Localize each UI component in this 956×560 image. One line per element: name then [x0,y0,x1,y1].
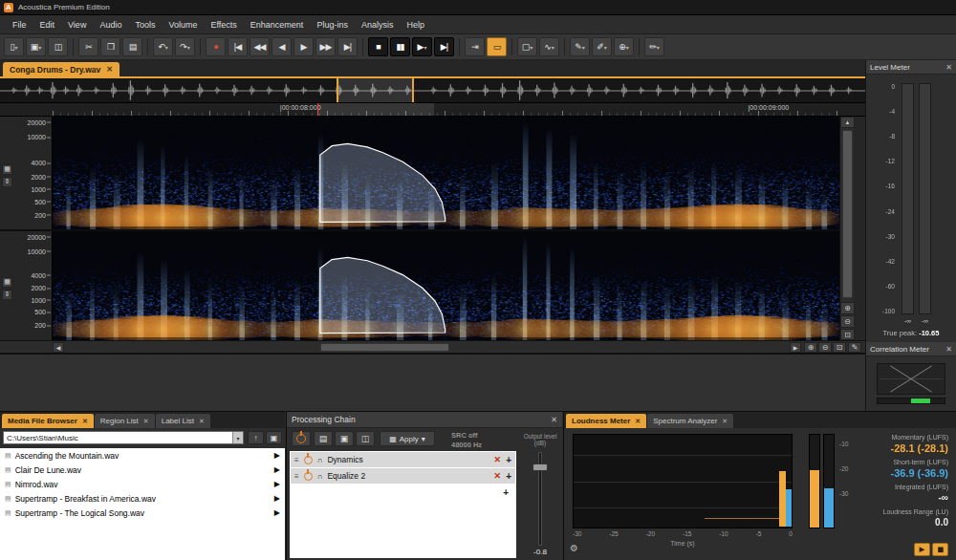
stop-button[interactable]: ■ [368,37,388,56]
zoom-in-horizontal-button[interactable]: ⊕ [804,342,817,353]
playback-cursor[interactable] [317,103,318,116]
apply-button[interactable]: ▦ Apply ▾ [380,431,435,446]
menu-plugins[interactable]: Plug-ins [310,17,355,32]
cut-button[interactable]: ✂ [78,37,98,56]
play-button[interactable]: ▶ [293,37,314,56]
drag-handle-icon[interactable]: ≡ [294,456,299,464]
new-file-button[interactable]: ▯▾ [4,37,24,56]
tab-region-list[interactable]: Region List✕ [95,414,155,428]
file-row[interactable]: ▤Supertramp - Breakfast in America.wav▶ [0,491,285,506]
add-icon[interactable]: + [506,471,511,482]
drag-handle-icon[interactable]: ≡ [294,472,299,481]
remove-icon[interactable]: ✕ [494,455,502,464]
spectral-selection[interactable] [53,231,839,340]
spectrogram-channel-2[interactable]: 20000 10000 4000 2000 1000 500 200 ▦ ⇕ [0,231,865,340]
spectrogram-channel-1[interactable]: 20000 10000 4000 2000 1000 500 200 ▦ ⇕ [0,117,865,231]
zoom-out-vertical-button[interactable]: ⊖ [840,315,855,328]
overview-waveform[interactable] [0,78,865,103]
preview-play-icon[interactable]: ▶ [274,465,280,474]
record-button[interactable]: ● [206,37,226,56]
horizontal-scrollbar[interactable]: ◀ ▶ ⊕ ⊖ ⊡ ✎ [0,340,865,354]
close-icon[interactable]: ✕ [722,418,728,425]
chevron-down-icon[interactable]: ▾ [232,432,243,443]
go-to-start-button[interactable]: |◀ [228,37,248,56]
menu-view[interactable]: View [61,17,93,32]
loudness-pause-button[interactable]: ▮▮ [932,543,948,556]
menu-file[interactable]: File [6,17,33,32]
add-effect-button[interactable]: + [503,487,509,498]
zoom-fit-horizontal-button[interactable]: ⊡ [833,342,846,353]
channel-options-button[interactable]: ▦ [2,277,12,288]
chain-item-equalize[interactable]: ≡ ∩ Equalize 2 ✕ + [291,468,515,484]
scroll-up-button[interactable]: ▲ [840,117,855,128]
power-icon[interactable] [304,472,313,481]
close-icon[interactable]: ✕ [106,65,113,74]
slider-handle[interactable] [532,463,548,471]
channel-scroll-button[interactable]: ⇕ [2,177,12,187]
close-icon[interactable]: ✕ [945,345,952,354]
tab-loudness-meter[interactable]: Loudness Meter✕ [566,414,646,428]
time-ruler[interactable]: |00:00:08:000 |00:00:09:000 [0,103,865,117]
selection-tool-button[interactable]: ▢▾ [517,37,537,56]
spectral-selection[interactable] [53,117,839,229]
tab-spectrum-analyzer[interactable]: Spectrum Analyzer✕ [647,414,733,428]
zoom-tool-button[interactable]: ⊕▾ [614,37,634,56]
overview-selection[interactable] [337,78,414,102]
pause-button[interactable]: ▮▮ [390,37,410,56]
paste-button[interactable]: ▤ [122,37,142,56]
vertical-scroll-thumb[interactable] [842,130,853,298]
open-file-button[interactable]: ▣▾ [26,37,46,56]
play-selection-button[interactable]: ▶▾ [412,37,432,56]
remove-icon[interactable]: ✕ [494,471,502,481]
zoom-out-horizontal-button[interactable]: ⊖ [818,342,832,353]
close-icon[interactable]: ✕ [82,418,88,425]
chain-power-button[interactable] [292,431,311,446]
parent-folder-button[interactable]: ↑ [248,431,264,444]
scrub-tool-button[interactable]: ∿▾ [539,37,559,56]
go-to-end-button[interactable]: ▶| [337,37,358,56]
close-icon[interactable]: ✕ [945,63,952,72]
menu-analysis[interactable]: Analysis [355,17,401,32]
loudness-settings-button[interactable]: ⚙ [570,543,578,553]
file-row[interactable]: ▤Ascending the Mountain.wav▶ [0,448,285,463]
headphones-icon[interactable]: ∩ [317,456,323,464]
chain-new-button[interactable]: ▤ [314,431,333,446]
copy-button[interactable]: ❐ [100,37,120,56]
zoom-fit-vertical-button[interactable]: ⊡ [840,329,855,340]
menu-enhancement[interactable]: Enhancement [244,17,311,32]
close-icon[interactable]: ✕ [635,418,641,425]
file-row[interactable]: ▤Nimrod.wav▶ [0,477,285,491]
menu-edit[interactable]: Edit [33,17,62,32]
undo-button[interactable]: ↶▾ [153,37,173,56]
channel-scroll-button[interactable]: ⇕ [2,290,12,300]
preview-play-icon[interactable]: ▶ [274,494,280,503]
trim-button[interactable]: ⇥ [465,37,485,56]
loudness-play-button[interactable]: ▶ [914,543,930,556]
menu-effects[interactable]: Effects [204,17,243,32]
pencil-tool-button[interactable]: ✎▾ [570,37,590,56]
chain-item-dynamics[interactable]: ≡ ∩ Dynamics ✕ + [291,452,515,467]
close-icon[interactable]: ✕ [551,415,557,424]
save-file-button[interactable]: ◫ [48,37,68,56]
file-row[interactable]: ▤Clair De Lune.wav▶ [0,463,285,477]
folder-path-combo[interactable]: C:\Users\Stian\Music ▾ [3,431,244,444]
preview-play-icon[interactable]: ▶ [274,480,280,488]
brush-tool-button[interactable]: ✐▾ [592,37,612,56]
zoom-in-vertical-button[interactable]: ⊕ [840,302,855,314]
horizontal-scroll-thumb[interactable] [320,343,449,352]
tab-media-file-browser[interactable]: Media File Browser✕ [2,414,94,428]
menu-audio[interactable]: Audio [93,17,128,32]
close-icon[interactable]: ✕ [199,418,205,425]
browse-folder-button[interactable]: ▣ [266,431,282,444]
close-icon[interactable]: ✕ [143,418,149,425]
redo-button[interactable]: ↷▾ [175,37,195,56]
chain-open-button[interactable]: ▣ [335,431,354,446]
scroll-right-button[interactable]: ▶ [790,342,801,353]
tab-conga-drums-dry[interactable]: Conga Drums - Dry.wav ✕ [3,62,120,76]
add-icon[interactable]: + [506,455,511,465]
scroll-left-button[interactable]: ◀ [53,342,64,353]
edit-cursor-button[interactable]: ✎ [848,342,861,353]
vertical-scrollbar[interactable]: ▲ ⊕ ⊖ ⊡ [839,117,854,340]
menu-help[interactable]: Help [400,17,431,32]
file-row[interactable]: ▤Supertramp - The Logical Song.wav▶ [0,506,285,520]
